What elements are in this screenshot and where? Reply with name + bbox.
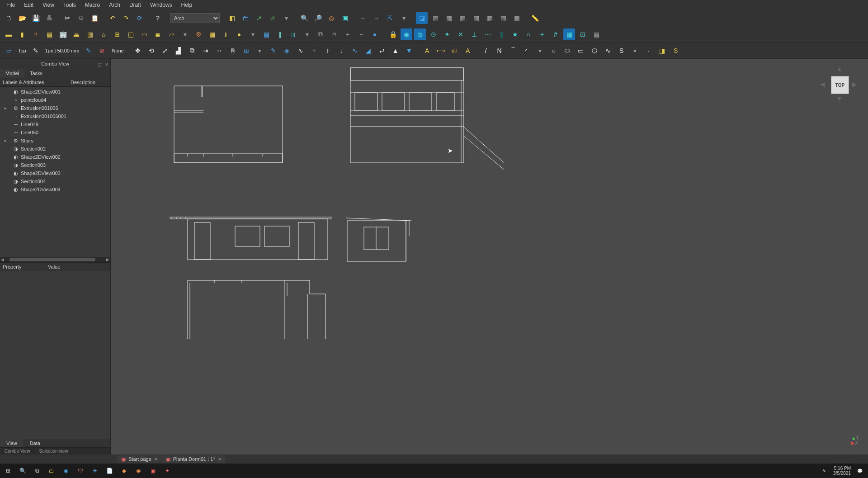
label-icon[interactable]: 🏷: [448, 45, 460, 57]
freecad-taskbar-icon[interactable]: ▣: [147, 465, 158, 476]
dropdown4-icon[interactable]: ▾: [247, 28, 259, 40]
close-tab-icon[interactable]: ✕: [218, 457, 222, 462]
edit-icon[interactable]: ✎: [268, 45, 279, 57]
iso-icon[interactable]: ◪: [416, 12, 428, 24]
tree-item[interactable]: ◐Shape2DView004: [0, 185, 110, 194]
tree-item[interactable]: ◑Section002: [0, 145, 110, 153]
space-icon[interactable]: ▭: [138, 28, 150, 40]
3d-viewport[interactable]: ➤ ▲ ▼ ◀ ▶ TOP ▲Y ▶X: [111, 59, 868, 454]
search-icon[interactable]: 🔍: [17, 465, 28, 476]
remcomp-icon[interactable]: −: [355, 28, 367, 40]
tab-model[interactable]: Model: [0, 69, 24, 78]
telegram-icon[interactable]: ✈: [90, 465, 100, 476]
new-icon[interactable]: 🗋: [3, 12, 14, 24]
schedule-icon[interactable]: ▤: [260, 28, 272, 40]
drawstyle-icon[interactable]: ◎: [326, 12, 337, 24]
cutline-icon[interactable]: ⧈: [328, 28, 340, 40]
close-icon[interactable]: ✕: [105, 60, 108, 70]
refresh-icon[interactable]: ⟳: [134, 12, 146, 24]
nav-up-icon[interactable]: ⇱: [384, 12, 396, 24]
print-icon[interactable]: 🖶: [43, 12, 55, 24]
roof-icon[interactable]: ⌂: [98, 28, 109, 40]
bottom-icon[interactable]: ▦: [484, 12, 495, 24]
construct-icon[interactable]: ✎: [83, 45, 94, 57]
window-icon[interactable]: ▥: [84, 28, 96, 40]
menu-help[interactable]: Help: [177, 1, 197, 9]
offset-icon[interactable]: ⧉: [186, 45, 198, 57]
rear-icon[interactable]: ▦: [470, 12, 482, 24]
nav-left-icon[interactable]: ←: [357, 12, 369, 24]
lock-icon[interactable]: 🔒: [387, 28, 399, 40]
mirror-icon[interactable]: ▟: [173, 45, 184, 57]
menu-file[interactable]: File: [2, 1, 19, 9]
site-icon[interactable]: ⛰: [71, 28, 82, 40]
clone-icon[interactable]: ⎘: [227, 45, 239, 57]
dropdown7-icon[interactable]: ▾: [534, 45, 546, 57]
explorer-icon[interactable]: 🗀: [46, 465, 57, 476]
autogroup-label[interactable]: None: [110, 48, 125, 53]
workplane-label[interactable]: Top: [16, 48, 28, 53]
sectionplane-icon[interactable]: ◫: [125, 28, 137, 40]
tree-item[interactable]: ▫pointcloud4: [0, 96, 110, 104]
tree-item[interactable]: ─Line049: [0, 120, 110, 128]
building-icon[interactable]: 🏢: [57, 28, 69, 40]
system-clock[interactable]: 5:16 PM 3/5/2021: [833, 466, 851, 476]
panel-icon[interactable]: ▱: [165, 28, 177, 40]
line-icon[interactable]: /: [480, 45, 492, 57]
tree-hscroll[interactable]: ◀▶: [0, 257, 110, 262]
snap-special-icon[interactable]: ★: [509, 28, 521, 40]
slope-icon[interactable]: ◢: [363, 45, 374, 57]
tree-item[interactable]: ▸⚙Stairs: [0, 137, 110, 145]
bezier-icon[interactable]: S: [616, 45, 627, 57]
downgrade-icon[interactable]: ▼: [403, 45, 415, 57]
subhighlight-icon[interactable]: ◈: [281, 45, 293, 57]
right-icon[interactable]: ▦: [457, 12, 468, 24]
blender-icon[interactable]: ◉: [133, 465, 144, 476]
stretch-icon[interactable]: ↔: [213, 45, 225, 57]
polygon-icon[interactable]: ⬠: [589, 45, 600, 57]
start-button[interactable]: ⊞: [3, 465, 14, 476]
workplane-icon[interactable]: ▱: [3, 45, 14, 57]
snap-intersect-icon[interactable]: ✕: [455, 28, 467, 40]
facebinder-icon[interactable]: ◨: [656, 45, 668, 57]
linkgroup-icon[interactable]: ⇗: [267, 12, 278, 24]
expand-arrow-icon[interactable]: ▸: [5, 106, 7, 110]
annot-icon[interactable]: A: [462, 45, 474, 57]
dropdown6-icon[interactable]: ▾: [254, 45, 266, 57]
dropdown3-icon[interactable]: ▾: [179, 28, 191, 40]
snap-endpoint-icon[interactable]: ◉: [401, 28, 412, 40]
tree-item[interactable]: ◐Shape2DView003: [0, 169, 110, 177]
top-icon[interactable]: ▦: [443, 12, 455, 24]
menu-draft[interactable]: Draft: [125, 1, 146, 9]
menu-arch[interactable]: Arch: [104, 1, 125, 9]
redo-icon[interactable]: ↷: [120, 12, 132, 24]
tree-item[interactable]: ◐Shape2DView001: [0, 88, 110, 96]
open-icon[interactable]: 📂: [16, 12, 28, 24]
dropdown8-icon[interactable]: ▾: [629, 45, 641, 57]
circle-icon[interactable]: ○: [548, 45, 560, 57]
snap-midpoint-icon[interactable]: ◍: [414, 28, 426, 40]
front-icon[interactable]: ▦: [429, 12, 441, 24]
ellipse-icon[interactable]: ⬭: [561, 45, 573, 57]
point-icon[interactable]: ·: [643, 45, 655, 57]
menu-macro[interactable]: Macro: [80, 1, 104, 9]
app2-icon[interactable]: ✦: [162, 465, 173, 476]
rect-icon[interactable]: ▭: [575, 45, 587, 57]
dimension-icon[interactable]: ⟷: [435, 45, 447, 57]
tab-selection-view[interactable]: Selection view: [35, 448, 73, 454]
whatsthis-icon[interactable]: ?: [152, 12, 164, 24]
menu-edit[interactable]: Edit: [19, 1, 38, 9]
snap-wp-icon[interactable]: ▦: [563, 28, 575, 40]
workbench-selector[interactable]: Arch: [170, 13, 220, 23]
tree-item[interactable]: ─Line050: [0, 128, 110, 137]
rebar-icon[interactable]: ⌗: [30, 28, 42, 40]
axon-icon[interactable]: ▦: [511, 12, 523, 24]
autogroup-icon[interactable]: ⊘: [96, 45, 108, 57]
brave-icon[interactable]: 🛡: [75, 465, 86, 476]
dropdown5-icon[interactable]: ▾: [301, 28, 313, 40]
undock-icon[interactable]: ◱: [98, 60, 102, 70]
close-tab-icon[interactable]: ✕: [154, 457, 158, 462]
dropdown1-icon[interactable]: ▾: [280, 12, 292, 24]
linewidth-icon[interactable]: ✎: [30, 45, 42, 57]
pipeconn-icon[interactable]: ⫼: [288, 28, 299, 40]
